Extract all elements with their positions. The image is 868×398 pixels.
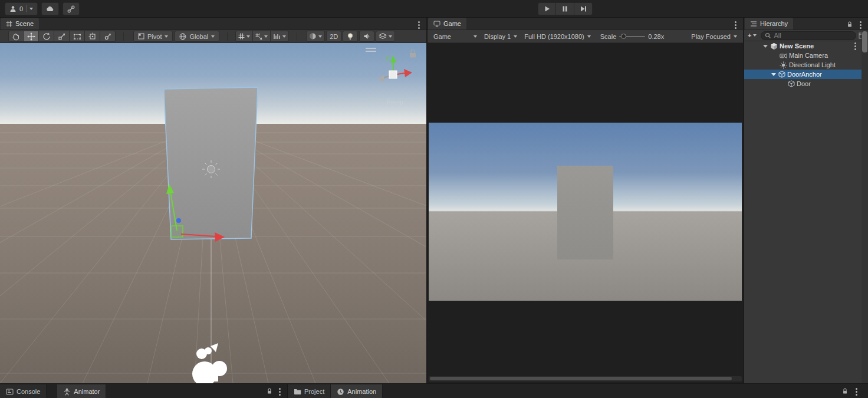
custom-tool-button[interactable] [100, 31, 116, 42]
account-button[interactable]: 0 [5, 2, 38, 15]
cloud-button[interactable] [41, 2, 59, 15]
game-menu-kebab-icon[interactable] [733, 21, 738, 29]
collab-button[interactable] [63, 2, 80, 15]
tree-row-dooranchor[interactable]: DoorAnchor [744, 70, 862, 79]
separator [227, 32, 228, 41]
door-object[interactable] [164, 87, 258, 239]
resolution-dropdown[interactable]: Full HD (1920x1080) [521, 31, 594, 42]
search-input[interactable] [774, 32, 852, 39]
gizmo-x-cone[interactable] [404, 69, 412, 77]
add-object-dropdown[interactable]: + [746, 31, 758, 40]
ruler-button[interactable] [271, 31, 289, 42]
gizmo-y-label: y [386, 54, 389, 61]
display-dropdown[interactable]: Display 1 [481, 31, 521, 42]
chevron-down-icon [29, 8, 33, 10]
focus-mode-dropdown[interactable]: Play Focused [688, 31, 741, 42]
handle-space-dropdown[interactable]: Global [175, 31, 219, 42]
tab-project[interactable]: Project [288, 384, 331, 398]
bottom-dock-bar: Console Animator Project Animation [0, 383, 868, 398]
main-toolbar: 0 [0, 0, 868, 18]
tab-label: Project [304, 388, 324, 395]
lock-icon[interactable] [847, 21, 853, 28]
audio-toggle-button[interactable] [359, 31, 374, 42]
hierarchy-menu-kebab-icon[interactable] [858, 21, 863, 29]
expand-arrow-icon[interactable] [771, 73, 776, 76]
version-badge: 0 [19, 5, 23, 12]
shaded-sphere-icon [309, 32, 317, 40]
tab-console[interactable]: Console [0, 384, 47, 398]
lightbulb-icon [346, 32, 354, 40]
camera-gizmo-icon[interactable] [192, 343, 227, 383]
globe-icon [179, 33, 186, 40]
game-horizontal-scrollbar[interactable] [429, 376, 742, 381]
tab-game[interactable]: Game [428, 18, 466, 29]
scene-toolbar: Pivot Global [0, 30, 426, 43]
draw-mode-dropdown[interactable] [306, 31, 325, 42]
tree-row-directional-light[interactable]: Directional Light [744, 60, 862, 70]
snap-group [235, 31, 289, 42]
speaker-icon [363, 32, 371, 40]
lock-icon[interactable] [267, 388, 272, 394]
unity-editor-window: 0 Scen [0, 0, 868, 398]
tree-row-door[interactable]: Door [744, 79, 862, 88]
lock-icon[interactable] [842, 388, 848, 394]
play-button[interactable] [538, 2, 556, 15]
grid-snapping-button[interactable] [235, 31, 253, 42]
scale-slider[interactable] [619, 33, 645, 40]
transform-tool-button[interactable] [85, 31, 100, 42]
tree-label: Door [797, 80, 811, 87]
scene-panel: Scene [0, 18, 426, 383]
tree-label: DoorAnchor [787, 71, 822, 78]
slider-knob[interactable] [621, 34, 626, 39]
dock-menu-kebab-icon[interactable] [277, 388, 282, 396]
overlay-menu-icon[interactable] [366, 48, 376, 51]
2d-toggle-button[interactable]: 2D [326, 31, 341, 42]
handle-space-label: Global [189, 33, 208, 40]
scene-menu-kebab-icon[interactable] [416, 21, 421, 29]
left-dock: Console Animator [0, 384, 106, 398]
pause-button[interactable] [556, 2, 574, 15]
play-icon [544, 6, 550, 12]
gizmo-plane-handle[interactable] [172, 226, 183, 237]
scrollbar-thumb[interactable] [862, 31, 867, 52]
tab-label: Animation [347, 388, 376, 395]
scale-tool-button[interactable] [54, 31, 70, 42]
lock-icon[interactable] [410, 50, 416, 58]
tab-label: Animator [74, 388, 100, 395]
gizmo-y-cone[interactable] [390, 55, 396, 63]
game-target-dropdown[interactable]: Game [430, 31, 481, 42]
tab-label: Scene [15, 20, 34, 27]
folder-icon [294, 388, 301, 395]
snap-increment-button[interactable] [253, 31, 271, 42]
tree-row-new-scene[interactable]: New Scene [744, 41, 862, 51]
scrollbar-thumb[interactable] [430, 377, 732, 380]
rect-tool-button[interactable] [70, 31, 85, 42]
hand-tool-button[interactable] [8, 31, 24, 42]
separator [297, 32, 297, 41]
tree-row-main-camera[interactable]: Main Camera [744, 51, 862, 60]
move-tool-button[interactable] [24, 31, 39, 42]
hierarchy-scrollbar[interactable] [862, 30, 868, 383]
scene-options-kebab-icon[interactable] [853, 42, 857, 50]
tab-hierarchy[interactable]: Hierarchy [745, 18, 793, 29]
gizmo-z-cone[interactable] [377, 75, 384, 82]
rotate-tool-button[interactable] [39, 31, 54, 42]
scale-tool-icon [58, 32, 66, 41]
gizmo-center-cube[interactable] [389, 71, 397, 78]
projection-label[interactable]: Persp [386, 98, 403, 106]
tab-animator[interactable]: Animator [57, 384, 106, 398]
display-label: Display 1 [484, 33, 511, 40]
gizmo-z-handle[interactable] [176, 218, 181, 223]
tab-animation[interactable]: Animation [331, 384, 383, 398]
step-button[interactable] [574, 2, 593, 15]
pivot-dropdown[interactable]: Pivot [133, 31, 173, 42]
step-icon [580, 6, 587, 12]
tab-scene[interactable]: Scene [1, 18, 39, 29]
effects-dropdown[interactable] [376, 31, 395, 42]
dock-menu-kebab-icon[interactable] [854, 388, 859, 396]
scene-viewport[interactable]: y Persp [0, 43, 426, 383]
game-render-frame [429, 123, 742, 301]
hierarchy-tabbar: Hierarchy [744, 18, 868, 30]
expand-arrow-icon[interactable] [763, 45, 768, 48]
lighting-toggle-button[interactable] [343, 31, 358, 42]
